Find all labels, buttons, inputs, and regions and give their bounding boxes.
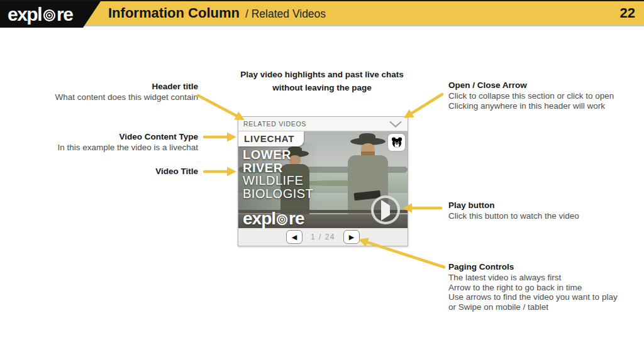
video-title-line: LOWER	[243, 148, 313, 162]
page-indicator: 1 / 24	[311, 233, 335, 241]
callout-video-content-type: Video Content Type In this example the v…	[35, 132, 198, 153]
video-title-line: RIVER	[243, 162, 313, 175]
callout-desc: Click this button to watch the video	[448, 211, 625, 221]
page-title: Information Column	[108, 5, 240, 21]
callout-title: Video Content Type	[35, 132, 198, 142]
slide-number: 22	[620, 5, 635, 21]
arrow-video-title	[204, 167, 236, 177]
callout-paging-controls: Paging Controls The latest video is alwa…	[448, 262, 637, 312]
callout-desc: Click to collapse this section or click …	[448, 91, 631, 101]
spiral-o-icon	[43, 9, 56, 22]
content-type-badge: LIVECHAT	[238, 131, 304, 146]
arrow-play-button	[402, 204, 441, 213]
callout-title: Open / Close Arrow	[448, 80, 631, 90]
callout-open-close-arrow: Open / Close Arrow Click to collapse thi…	[448, 80, 631, 111]
note-line: without leaving the page	[221, 82, 423, 95]
callout-video-title: Video Title	[35, 167, 198, 177]
callout-title: Video Title	[35, 167, 198, 177]
play-icon	[381, 200, 390, 221]
callout-desc: The latest video is always first	[448, 273, 637, 283]
bear-icon	[388, 134, 405, 151]
explore-logo: expl re	[0, 1, 101, 28]
breadcrumb: Information Column / Related Videos	[108, 5, 326, 21]
explore-logo-text: expl re	[8, 5, 72, 24]
note-play-anywhere: Play video highlights and past live chat…	[221, 69, 423, 95]
logo-text-pre: expl	[8, 5, 42, 24]
callout-title: Header title	[35, 82, 198, 92]
callout-header-title: Header title What content does this widg…	[35, 82, 198, 102]
watermark-text-pre: expl	[243, 210, 275, 228]
watermark-text-post: re	[289, 210, 304, 228]
note-line: Play video highlights and past live chat…	[221, 69, 423, 82]
chevron-down-icon[interactable]	[389, 121, 402, 128]
arrow-video-content-type	[204, 133, 236, 142]
video-thumbnail: LIVECHAT LOWER RIVER WILDLIFE BIOLOGIST …	[238, 131, 408, 228]
callout-desc: Use arrows to find the video you want to…	[448, 292, 637, 302]
logo-text-post: re	[57, 5, 72, 24]
callout-desc: Arrow to the right to go back in time	[448, 283, 637, 293]
callout-desc: In this example the video is a livechat	[35, 143, 198, 153]
widget-header-label: RELATED VIDEOS	[243, 120, 306, 128]
play-button[interactable]	[371, 195, 400, 224]
paging-controls: ◀ 1 / 24 ▶	[238, 228, 408, 246]
next-video-button[interactable]: ▶	[343, 230, 360, 244]
video-title-line: WILDLIFE	[243, 174, 313, 187]
callout-desc: or Swipe on mobile / tablet	[448, 302, 637, 312]
related-videos-widget: RELATED VIDEOS LIVECHAT	[238, 116, 408, 246]
video-title-line: BIOLOGIST	[243, 187, 313, 200]
callout-play-button: Play button Click this button to watch t…	[448, 200, 625, 221]
callout-title: Paging Controls	[448, 262, 637, 272]
slide-header-bar: expl re Information Column / Related Vid…	[0, 0, 644, 26]
callout-title: Play button	[448, 200, 625, 211]
widget-header[interactable]: RELATED VIDEOS	[238, 117, 408, 131]
callout-desc: What content does this widget contain	[35, 92, 198, 102]
arrow-open-close	[404, 94, 442, 118]
previous-video-button[interactable]: ◀	[286, 230, 303, 244]
spiral-o-icon	[276, 214, 288, 226]
page-subtitle: / Related Videos	[245, 8, 326, 21]
explore-watermark: expl re	[243, 210, 304, 228]
video-title-overlay: LOWER RIVER WILDLIFE BIOLOGIST	[243, 148, 313, 200]
callout-desc: Clicking anywhere in this header will wo…	[448, 101, 631, 111]
